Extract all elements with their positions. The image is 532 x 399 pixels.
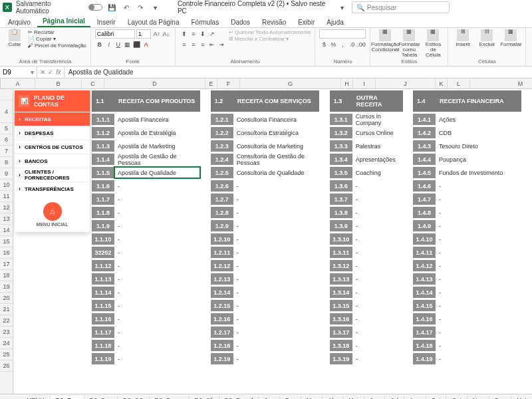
code-cell[interactable]: 1.2.4 — [211, 154, 233, 165]
panel-item-transfer-ncias[interactable]: ›TRANSFERÊNCIAS — [15, 182, 90, 196]
code-cell[interactable]: 1.2.17 — [211, 327, 233, 338]
conditional-format-button[interactable]: ▦Formatação Condicional — [374, 29, 396, 53]
code-cell[interactable]: 1.1.10 — [92, 233, 114, 245]
align-bottom-icon[interactable]: ⬇ — [198, 29, 207, 39]
value-cell[interactable]: - — [233, 287, 319, 298]
value-cell[interactable]: Coaching — [352, 167, 403, 178]
code-cell[interactable]: 1.1.5 — [92, 167, 114, 178]
decimal-inc-icon[interactable]: .0 — [347, 40, 356, 49]
sheet-tab-out[interactable]: Out — [446, 396, 467, 400]
value-cell[interactable]: - — [436, 313, 521, 325]
value-cell[interactable]: Consultoria Estratégica — [233, 127, 319, 138]
align-middle-icon[interactable]: ≡ — [189, 29, 198, 39]
value-cell[interactable]: Poupança — [436, 154, 521, 165]
row-header[interactable]: 19 — [0, 281, 13, 293]
value-cell[interactable]: - — [114, 247, 200, 258]
sheet-tab-dez[interactable]: Dez — [489, 396, 511, 400]
wrap-text-button[interactable]: ↩Quebrar Texto Automaticamente — [229, 29, 311, 35]
code-cell[interactable]: 1.4.5 — [413, 167, 436, 178]
sheet-tab-jun[interactable]: Jun — [364, 396, 386, 400]
title-dropdown-icon[interactable]: ▾ — [337, 2, 348, 13]
sheet-tab-pc_des[interactable]: PC_Des — [84, 396, 118, 400]
code-cell[interactable]: 1.4.15 — [413, 300, 436, 311]
value-cell[interactable]: - — [436, 260, 521, 271]
value-cell[interactable]: - — [352, 260, 403, 271]
value-cell[interactable]: Apostila de Qualidade — [114, 167, 200, 178]
code-cell[interactable]: 1.1.15 — [92, 300, 114, 311]
value-cell[interactable]: - — [352, 340, 403, 351]
align-center-icon[interactable]: ≡ — [189, 40, 198, 49]
code-cell[interactable]: 1.1.18 — [92, 340, 114, 351]
row-header[interactable]: 6 — [0, 134, 13, 146]
value-cell[interactable]: - — [114, 273, 200, 285]
code-cell[interactable]: 1.3.3 — [330, 140, 352, 152]
value-cell[interactable]: - — [436, 180, 521, 192]
row-header[interactable]: 5 — [0, 123, 13, 134]
insert-cells-button[interactable]: ⊞Inserir — [452, 29, 473, 47]
value-cell[interactable]: Consultoria Financeira — [233, 114, 319, 125]
format-painter-button[interactable]: 🖌Pincel de Formatação — [28, 43, 86, 49]
border-button[interactable]: ▦ — [123, 40, 132, 49]
code-cell[interactable]: 1.2.11 — [211, 247, 233, 258]
comma-icon[interactable]: ， — [338, 40, 347, 49]
code-cell[interactable]: 1.3.11 — [330, 247, 352, 258]
code-cell[interactable]: 1.1.13 — [92, 273, 114, 285]
panel-item-despesas[interactable]: ›DESPESAS — [15, 126, 90, 140]
sheet-tab-mai[interactable]: Mai — [343, 396, 364, 400]
value-cell[interactable]: - — [114, 207, 200, 218]
col-header-J[interactable]: J — [376, 78, 436, 88]
code-cell[interactable]: 1.3.7 — [330, 194, 352, 205]
fill-color-button[interactable]: ⬛ — [132, 40, 142, 49]
col-header-I[interactable]: I — [353, 78, 376, 88]
value-cell[interactable]: Cursos in Company — [352, 114, 403, 125]
row-header[interactable]: 10 — [0, 180, 13, 191]
value-cell[interactable]: - — [352, 353, 403, 364]
code-cell[interactable]: 1.1.7 — [92, 194, 114, 205]
col-header-G[interactable]: G — [240, 78, 341, 88]
value-cell[interactable]: - — [352, 300, 403, 311]
row-header[interactable]: 24 — [0, 338, 13, 349]
sheet-tab-jan[interactable]: Jan — [259, 396, 280, 400]
indent-inc-icon[interactable]: ⇥ — [217, 40, 226, 49]
sheet-tab-fev[interactable]: Fev — [280, 396, 301, 400]
code-cell[interactable]: 1.4.13 — [413, 273, 436, 285]
value-cell[interactable]: - — [352, 287, 403, 298]
value-cell[interactable]: - — [114, 327, 200, 338]
sheet-tab-pc_cli[interactable]: PC_Cli — [190, 396, 219, 400]
value-cell[interactable]: - — [233, 300, 319, 311]
enter-icon[interactable]: ✓ — [48, 68, 53, 76]
code-cell[interactable]: 1.3.12 — [330, 260, 352, 271]
col-header-M[interactable]: M — [470, 78, 532, 88]
value-cell[interactable]: Fundos de Investimento — [436, 167, 521, 178]
value-cell[interactable]: - — [436, 273, 521, 285]
value-cell[interactable]: Cursos Online — [352, 127, 403, 138]
sheet-tab-set[interactable]: Set — [426, 396, 447, 400]
code-cell[interactable]: 1.2.19 — [211, 353, 233, 364]
panel-item-clientes-fornecedores[interactable]: ›CLIENTES / FORNECEDORES — [15, 168, 90, 182]
value-cell[interactable]: Palestras — [352, 140, 403, 152]
code-cell[interactable]: 1.2.16 — [211, 313, 233, 325]
indent-dec-icon[interactable]: ⇤ — [207, 40, 217, 49]
value-cell[interactable]: - — [233, 233, 319, 245]
percent-icon[interactable]: % — [329, 40, 338, 49]
code-cell[interactable]: 1.3.1 — [330, 114, 352, 125]
sheet-tab-nov[interactable]: Nov — [467, 396, 489, 400]
value-cell[interactable]: - — [233, 207, 319, 218]
sheet-tab-pc_transf[interactable]: PC_Transf — [219, 396, 259, 400]
row-header[interactable]: 8 — [0, 157, 13, 168]
code-cell[interactable]: 1.2.7 — [211, 194, 233, 205]
code-cell[interactable]: 1.4.14 — [413, 287, 436, 298]
autosave-toggle[interactable] — [88, 4, 103, 11]
value-cell[interactable]: - — [233, 220, 319, 231]
align-top-icon[interactable]: ⬆ — [180, 29, 189, 39]
redo-icon[interactable]: ↷ — [136, 2, 146, 13]
value-cell[interactable]: Apostila de Gestão de Pessoas — [114, 154, 200, 165]
code-cell[interactable]: 1.4.7 — [413, 194, 436, 205]
value-cell[interactable]: - — [114, 260, 200, 271]
code-cell[interactable]: 1.3.6 — [330, 180, 352, 192]
row-header[interactable]: 20 — [0, 293, 13, 304]
code-cell[interactable]: 1.3.13 — [330, 273, 352, 285]
ribbon-tab-página-inicial[interactable]: Página Inicial — [37, 15, 90, 27]
code-cell[interactable]: 1.4.9 — [413, 220, 436, 231]
code-cell[interactable]: 1.2.3 — [211, 140, 233, 152]
